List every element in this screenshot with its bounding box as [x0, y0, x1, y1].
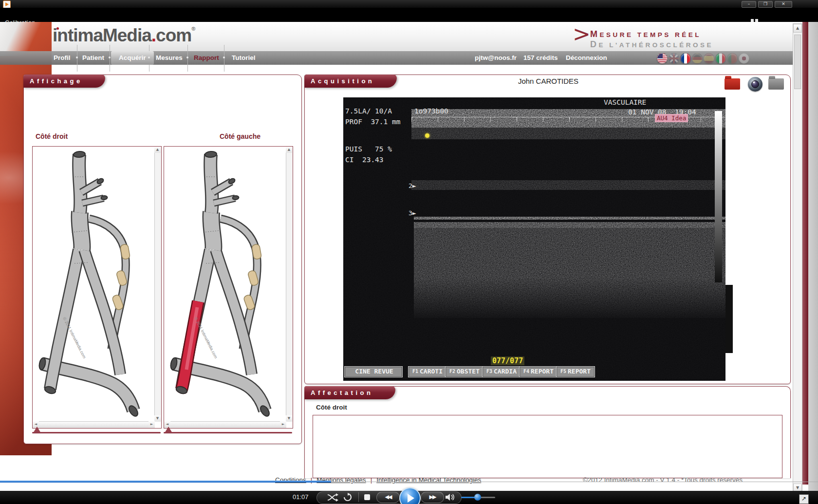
logo-dot: . — [151, 25, 156, 45]
us-frame-counter: 077/077 — [491, 356, 524, 365]
us-button-label: CINE REVUE — [355, 368, 393, 375]
tagline-chevron-icon: > — [573, 21, 591, 46]
us-side-tab — [725, 285, 733, 353]
language-flag-fr[interactable] — [680, 53, 691, 64]
page-scrollbar-thumb[interactable] — [794, 35, 801, 89]
zoom-slider-track-right[interactable] — [32, 432, 161, 433]
fast-forward-button[interactable]: ▶▶ — [421, 492, 444, 503]
window-close-button[interactable]: ✕ — [775, 1, 792, 8]
fkey-label: F5 — [560, 369, 566, 374]
us-ci-value: CI 23.43 — [345, 156, 384, 164]
us-button-cardia[interactable]: F3CARDIA — [482, 366, 521, 377]
player-divider — [358, 492, 359, 502]
logo-registered-mark: ® — [191, 26, 195, 32]
patient-name: John CAROTIDES — [487, 77, 609, 85]
us-button-obstet[interactable]: F2OBSTET — [445, 366, 484, 377]
nav-item-acquerir[interactable]: Acquérir — [111, 51, 154, 65]
diagram-box-left-side: © 2011 IntimaMedia.com ▲▼ ◄► — [164, 146, 293, 429]
us-exam-id: 1o973b00 — [414, 107, 448, 115]
right-gray-strip — [808, 22, 818, 491]
language-flag-jp[interactable] — [739, 53, 749, 64]
logo-name: intimaMedia — [53, 25, 151, 45]
language-flag-gb[interactable] — [669, 53, 679, 64]
volume-icon[interactable] — [445, 493, 455, 501]
nav-bullet — [109, 56, 111, 58]
us-button-label: OBSTET — [457, 368, 480, 375]
diagram-vscrollbar[interactable]: ▲▼ — [154, 147, 161, 422]
shuffle-icon[interactable] — [327, 493, 338, 502]
elapsed-time: 01:07 — [293, 493, 309, 501]
video-progress-bar[interactable] — [0, 481, 331, 483]
media-player-app-icon — [3, 0, 11, 8]
us-probe: 7.5LA/ 10/A — [345, 107, 392, 115]
rewind-button[interactable]: ◀◀ — [376, 492, 400, 503]
nav-item-mesures[interactable]: Mesures — [156, 54, 183, 61]
us-button-report-f5[interactable]: F5REPORT — [556, 366, 595, 377]
nav-item-profil[interactable]: Profil — [54, 54, 71, 61]
stop-button[interactable] — [364, 494, 370, 500]
diagram-hscrollbar[interactable]: ◄► — [33, 421, 155, 428]
nav-item-rapport[interactable]: Rapport — [194, 54, 219, 61]
language-flag-de[interactable] — [692, 53, 703, 64]
link-intelligence-medical[interactable]: Intelligence in Medical Technologies — [376, 476, 481, 484]
footer-separator: | — [371, 476, 372, 484]
label-cote-gauche: Côté gauche — [220, 132, 260, 140]
camera-capture-icon[interactable] — [748, 77, 762, 92]
ultrasound-image[interactable]: VASCULAIRE 01 NOV 08 19:04 7.5LA/ 10/A P… — [343, 97, 725, 381]
diagram-vscrollbar[interactable]: ▲▼ — [286, 147, 293, 422]
logo-tld: com — [156, 25, 191, 45]
affichage-panel: Affichage Côté droit Côté gauche — [23, 75, 302, 444]
open-folder-icon[interactable] — [768, 78, 784, 90]
logout-link[interactable]: Déconnexion — [566, 54, 607, 61]
volume-slider-knob[interactable] — [474, 494, 481, 501]
tagline-secondary: DE L'ATHÉROSCLÉROSE — [590, 39, 713, 50]
zoom-slider-thumb-right[interactable] — [33, 427, 41, 433]
carotid-diagram-left[interactable]: © 2011 IntimaMedia.com — [164, 147, 286, 421]
fkey-label: F4 — [523, 369, 529, 374]
window-restore-button[interactable]: ❐ — [758, 1, 773, 8]
scroll-up-arrow[interactable]: ▲ — [793, 24, 802, 33]
zoom-slider-thumb-left[interactable] — [165, 427, 172, 433]
us-grayscale-bar — [715, 111, 722, 282]
language-flag-es[interactable] — [704, 53, 714, 64]
footer-copyright: ©2012 IntimaMedia.com - V 1.4 - *Tous dr… — [575, 476, 743, 484]
us-button-label: CAROTI — [420, 368, 443, 375]
us-power: PUIS 75 % — [345, 145, 392, 153]
nav-item-patient[interactable]: Patient — [82, 54, 104, 61]
credits-badge: 157 crédits — [523, 54, 558, 61]
language-flag-us[interactable] — [657, 53, 668, 64]
nav-bullet — [148, 56, 150, 58]
right-accent-strip — [802, 22, 808, 485]
fkey-label: F3 — [486, 369, 492, 374]
video-progress-remaining[interactable] — [331, 482, 818, 482]
window-minimize-button[interactable]: – — [742, 1, 756, 8]
window-titlebar: – ❐ ✕ — [0, 0, 818, 8]
us-button-caroti[interactable]: F1CAROTI — [408, 366, 447, 377]
user-email: pjtw@noos.fr — [475, 54, 517, 61]
affectation-side-label: Côté droit — [316, 404, 347, 411]
repeat-icon[interactable] — [343, 493, 352, 502]
fullscreen-button[interactable]: ↗ — [799, 494, 809, 504]
page-scrollbar[interactable]: ▲ ▼ — [793, 23, 802, 493]
affectation-textarea[interactable] — [313, 415, 782, 478]
zoom-slider-track-left[interactable] — [164, 432, 292, 433]
ultrasound-speckle — [343, 97, 725, 381]
intimamedia-logo: intimaMedia.com® — [53, 25, 195, 46]
us-tag-chip: AU4 Idea — [655, 114, 688, 122]
us-button-label: REPORT — [531, 368, 554, 375]
screen: – ❐ ✕ Calibration ← intimaMedia.com® > M… — [0, 0, 818, 504]
carotid-diagram-right[interactable]: © 2011 IntimaMedia.com — [33, 147, 154, 421]
language-flag-pt[interactable] — [727, 53, 738, 64]
us-button-report-f4[interactable]: F4REPORT — [519, 366, 558, 377]
us-depth: PROF 37.1 mm — [345, 118, 401, 126]
diagram-hscrollbar[interactable]: ◄► — [164, 421, 286, 428]
affichage-tab: Affichage — [23, 75, 105, 88]
save-folder-icon[interactable] — [725, 78, 740, 90]
label-cote-droit: Côté droit — [36, 132, 68, 140]
play-button[interactable] — [399, 487, 421, 504]
nav-item-tutoriel[interactable]: Tutoriel — [232, 54, 256, 61]
affectation-tab: Affectation — [304, 386, 395, 399]
us-button-cine-revue[interactable]: CINE REVUE — [344, 366, 403, 377]
tagline: MESURE TEMPS RÉEL DE L'ATHÉROSCLÉROSE — [590, 29, 818, 50]
language-flag-it[interactable] — [715, 53, 726, 64]
